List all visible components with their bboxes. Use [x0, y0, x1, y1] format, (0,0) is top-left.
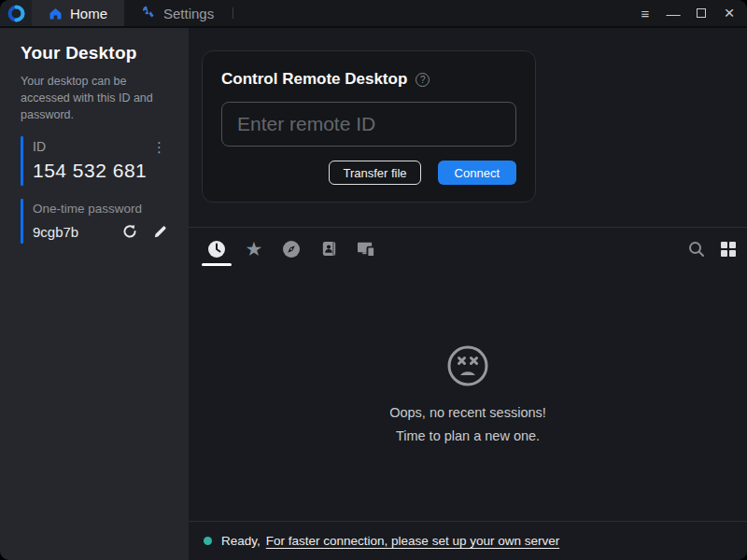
password-label: One-time password — [33, 202, 170, 216]
id-menu-icon[interactable]: ⋮ — [152, 140, 166, 154]
maximize-button[interactable] — [687, 0, 715, 26]
tab-home-label: Home — [70, 6, 107, 21]
tab-address-book[interactable] — [314, 228, 344, 270]
title-bar: Home Settings ≡ — × — [0, 0, 747, 28]
minimize-button[interactable]: — — [659, 0, 687, 26]
search-icon[interactable] — [687, 240, 706, 259]
tab-recent-sessions[interactable] — [202, 228, 232, 270]
titlebar-drag-area — [233, 0, 631, 26]
app-logo — [0, 0, 32, 26]
tab-settings[interactable]: Settings — [124, 0, 231, 26]
control-remote-desktop-card: Control Remote Desktop ? Transfer file C… — [202, 50, 536, 203]
compass-icon — [282, 240, 301, 259]
password-section: One-time password 9cgb7b — [21, 199, 170, 244]
home-icon — [49, 7, 63, 21]
app-window: Home Settings ≡ — × Your Desktop Your de… — [0, 0, 747, 560]
edit-password-icon[interactable] — [152, 224, 168, 240]
close-button[interactable]: × — [715, 0, 743, 26]
star-icon: ★ — [246, 239, 263, 259]
recent-sessions-empty-state: Oops, no recent sessions! Time to plan a… — [189, 270, 747, 521]
remote-id-input[interactable] — [221, 102, 516, 147]
status-label: Ready, — [221, 534, 261, 548]
id-label: ID — [33, 139, 46, 154]
tab-settings-label: Settings — [163, 6, 214, 21]
device-id-value[interactable]: 154 532 681 — [33, 160, 170, 182]
connect-button[interactable]: Connect — [438, 161, 516, 185]
session-tab-bar: ★ — [189, 227, 747, 270]
sidebar-title: Your Desktop — [21, 43, 170, 63]
tab-favorites[interactable]: ★ — [239, 228, 269, 270]
rustdesk-logo-icon — [7, 4, 26, 23]
sidebar: Your Desktop Your desktop can be accesse… — [0, 28, 189, 560]
help-icon[interactable]: ? — [416, 73, 430, 87]
active-tab-underline — [202, 263, 232, 266]
address-book-icon — [320, 240, 338, 258]
sidebar-description: Your desktop can be accessed with this I… — [21, 73, 170, 123]
tab-lan-devices[interactable] — [351, 228, 381, 270]
empty-state-line2: Time to plan a new one. — [396, 426, 540, 446]
grid-view-icon[interactable] — [721, 242, 736, 257]
status-bar: Ready, For faster connection, please set… — [189, 521, 747, 560]
menu-button[interactable]: ≡ — [631, 0, 659, 26]
clock-icon — [207, 240, 226, 259]
tab-discovered[interactable] — [276, 228, 306, 270]
setup-server-link[interactable]: For faster connection, please set up you… — [266, 534, 559, 548]
refresh-password-icon[interactable] — [121, 223, 138, 240]
device-id-section: ID ⋮ 154 532 681 — [21, 136, 170, 186]
connection-status-dot — [204, 537, 212, 545]
settings-wrench-icon — [141, 6, 156, 21]
password-value[interactable]: 9cgb7b — [33, 224, 78, 240]
card-title: Control Remote Desktop — [221, 70, 407, 89]
empty-state-line1: Oops, no recent sessions! — [389, 402, 546, 423]
main-panel: Control Remote Desktop ? Transfer file C… — [189, 28, 747, 560]
transfer-file-button[interactable]: Transfer file — [329, 161, 420, 185]
tab-home[interactable]: Home — [32, 0, 124, 26]
devices-icon — [357, 240, 376, 258]
sad-face-icon — [446, 344, 489, 387]
maximize-icon — [697, 8, 706, 18]
